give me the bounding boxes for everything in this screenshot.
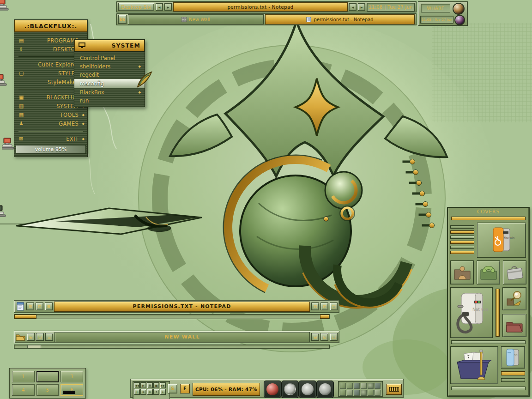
restore-button[interactable]: ⊡ [320, 333, 328, 341]
tray-icon-10[interactable] [361, 390, 367, 396]
window-prev-button[interactable]: ◀ [349, 3, 357, 11]
window-button-list[interactable]: ≣ [45, 302, 53, 310]
window-button-dot[interactable]: ⊡ [36, 302, 43, 310]
wharf-clock-text: 11:08 | Tue 27 Jun [422, 18, 453, 22]
launcher-swirl-globe[interactable] [299, 381, 316, 398]
workspace-button[interactable]: Desktop Six [118, 3, 154, 11]
shade-button[interactable]: ⊟ [311, 333, 319, 341]
taskbar[interactable]: bb New Wall permissions.txt - Notepad [116, 13, 417, 25]
wharf-clock: 11:08 | Tue 27 Jun [420, 16, 453, 24]
play-button[interactable]: ▶ [140, 382, 146, 388]
submenu-item-label: BlackBox [80, 89, 139, 96]
pager-cell-6-active[interactable]: 6 [60, 384, 83, 396]
strip-handle-left[interactable] [14, 314, 36, 319]
maximize-button[interactable]: □ [330, 333, 338, 341]
tray-icon-12[interactable] [375, 390, 381, 396]
pager-cell-3[interactable]: 3 [60, 371, 83, 382]
desktop-icon-computer[interactable] [0, 205, 7, 217]
wharf-orb-button-2[interactable] [454, 15, 465, 25]
volume-indicator[interactable]: volume 95% [16, 145, 86, 154]
strip-handle-right[interactable] [320, 314, 329, 319]
dock-tile-briefcase[interactable] [503, 260, 526, 284]
s-button[interactable]: S [168, 384, 177, 393]
desktop-icon-computer[interactable] [0, 0, 10, 11]
launcher-silver-globe[interactable] [316, 381, 334, 398]
tray-icon-9[interactable] [354, 390, 360, 396]
tray-icon-2[interactable] [347, 383, 353, 389]
submenu-title-bar[interactable]: SYSTEM [74, 40, 145, 51]
wharf-orb-button[interactable] [453, 3, 465, 15]
f-button[interactable]: F [180, 384, 190, 393]
desktop-icon: ⇧ [19, 46, 28, 52]
tray-icon-1[interactable] [340, 383, 346, 389]
notepad-titlebar[interactable]: ⊞ ⊡ ≣ PERMISSIONS.TXT - NOTEPAD ⊟ ⊡ □ [14, 300, 339, 313]
playlist-button[interactable]: ≡ [140, 389, 146, 395]
dock-tile-firewire[interactable]: Fire wire [477, 223, 526, 258]
menu-item-games[interactable]: ♟ GAMES ◆ [14, 119, 87, 128]
window-button-list[interactable]: ≣ [45, 333, 53, 341]
pager-cell-5[interactable]: 5 [36, 384, 59, 396]
tray-icon-11[interactable] [368, 390, 374, 396]
wharf-window[interactable]: WHARF 11:08 | Tue 27 Jun [418, 1, 468, 26]
task-tab-new-wall[interactable]: New Wall [128, 14, 264, 24]
pause-button[interactable]: II [147, 382, 153, 388]
dock-tile-network[interactable]: Net work [450, 287, 493, 338]
volume-down-button[interactable]: ↓ [160, 389, 166, 395]
tray-icon-5[interactable] [368, 383, 374, 389]
submenu-item-control-panel[interactable]: Control Panel [74, 54, 145, 62]
dock-tile-fridge[interactable]: Art [501, 346, 525, 369]
window-button-add[interactable]: ⊞ [26, 302, 34, 310]
newwall-titlebar[interactable]: ⊞ ⊡ ≣ NEW WALL ⊟ ⊡ □ [14, 331, 339, 343]
notepad-resize-strip[interactable] [14, 314, 330, 319]
shade-button[interactable]: ⊟ [311, 302, 319, 310]
shade-icon: ⊟ [314, 304, 317, 309]
workspace-next-button[interactable]: ▶ [164, 3, 172, 11]
newwall-window-title[interactable]: NEW WALL [54, 332, 310, 342]
dock-tile-phone-folder[interactable] [477, 260, 500, 284]
tray-icon-8[interactable] [347, 390, 353, 396]
bb-menu-button[interactable]: bb [118, 15, 127, 24]
pager-cell-4[interactable]: 4 [12, 384, 35, 396]
dock-tile-documents-folder[interactable] [502, 314, 526, 337]
notepad-window-title[interactable]: PERMISSIONS.TXT - NOTEPAD [54, 302, 310, 312]
dock-tile-searchlight[interactable] [502, 287, 526, 310]
tray-icon-3[interactable] [354, 383, 360, 389]
maximize-button[interactable]: □ [330, 302, 338, 310]
window-next-button[interactable]: ▶ [358, 3, 365, 11]
winamp-button[interactable] [386, 384, 402, 395]
rewind-button[interactable]: ◀◀ [134, 382, 140, 388]
window-button-add[interactable]: ⊞ [27, 333, 35, 341]
submenu-item-blackbox[interactable]: BlackBox ◆ [74, 88, 145, 97]
restore-button[interactable]: ⊡ [320, 302, 328, 310]
menu-title[interactable]: .:BLACKFLUX:. [14, 20, 87, 32]
tray-icon-6[interactable] [375, 383, 381, 389]
menu-item-tools[interactable]: ▦ TOOLS ◆ [14, 110, 87, 119]
window-button-dot[interactable]: ⊡ [36, 333, 44, 341]
top-toolbar[interactable]: Desktop Six ◀ ▶ permissions.txt - Notepa… [116, 1, 417, 12]
dock-tile-music-folder[interactable] [450, 346, 498, 384]
desktop-icon-computer[interactable] [0, 74, 8, 86]
dock-tile-people-folder[interactable] [450, 260, 474, 284]
menu-item-exit[interactable]: ⊠ EXIT ◆ [14, 134, 87, 143]
strip-handle[interactable] [27, 345, 41, 348]
eject-button[interactable]: I [134, 389, 140, 395]
active-window-title-field[interactable]: permissions.txt - Notepad [173, 2, 348, 12]
pager-cell-1[interactable]: 1 [12, 371, 35, 382]
volume-up-button[interactable]: ↑ [153, 389, 159, 395]
launcher-red-globe[interactable] [264, 381, 281, 398]
task-tab-notepad[interactable]: permissions.txt - Notepad [265, 14, 415, 24]
newwall-resize-strip[interactable] [14, 345, 330, 349]
submenu-item-shellfolders[interactable]: shellfolders ◆ [74, 62, 145, 71]
workspace-prev-button[interactable]: ◀ [156, 3, 163, 11]
submenu-item-run[interactable]: run [74, 97, 145, 105]
stop-button[interactable]: ■ [153, 382, 159, 388]
launcher-gear-globe[interactable] [281, 381, 299, 398]
pager-cell-2[interactable] [36, 371, 59, 382]
record-button[interactable]: ⊙ [147, 389, 153, 395]
tray-icon-7[interactable] [340, 390, 346, 396]
tray-icon-4[interactable] [361, 383, 367, 389]
submenu-item-regedit[interactable]: regedit [74, 71, 145, 79]
submenu-item-label: regedit [80, 72, 141, 78]
forward-button[interactable]: ▶▶ [160, 382, 166, 388]
submenu-item-msconfig[interactable]: msconfig [74, 79, 145, 88]
